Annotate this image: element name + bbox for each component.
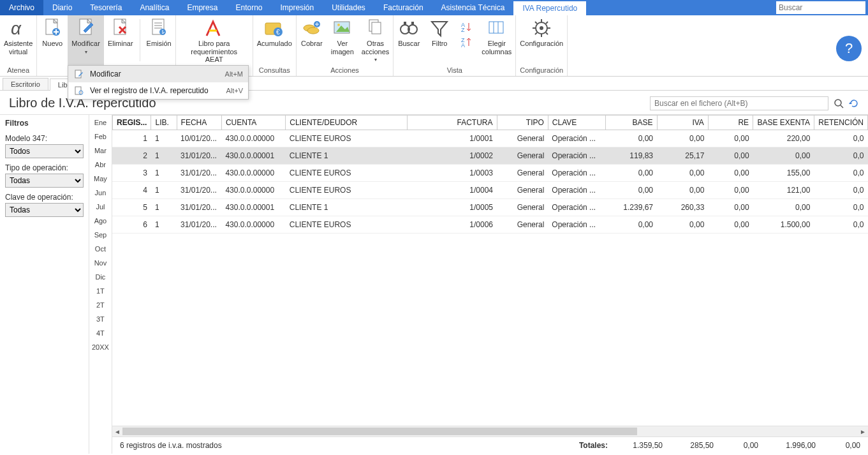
cell-clave: Operación ... — [548, 199, 605, 216]
nuevo-button[interactable]: Nuevo — [37, 15, 68, 65]
month-20xx[interactable]: 20XX — [89, 342, 112, 352]
otras-acciones-button[interactable]: Otras acciones ▾ — [358, 15, 393, 65]
scroll-left-icon[interactable]: ◄ — [112, 428, 122, 435]
col-header[interactable]: RE — [708, 116, 753, 130]
sort-icon: AZ ZA — [456, 18, 476, 51]
acumulado-button[interactable]: € Acumulado — [253, 15, 296, 65]
table-row[interactable]: 1110/01/20...430.0.0.00000CLIENTE EUROS1… — [112, 130, 867, 147]
col-header[interactable]: RETENCIÓN — [814, 116, 867, 130]
svg-rect-24 — [411, 22, 414, 26]
col-header[interactable]: IVA — [657, 116, 708, 130]
col-header[interactable]: FACTURA — [408, 116, 497, 130]
cell-ret: 0,0 — [814, 216, 867, 234]
filtro-label: Filtro — [432, 40, 447, 48]
scroll-track[interactable] — [122, 428, 858, 435]
menu-archivo[interactable]: Archivo — [0, 0, 43, 15]
filtro-button[interactable]: Filtro — [424, 15, 455, 65]
cell-factura: 1/0005 — [408, 199, 497, 216]
tipo-select[interactable]: Todas — [5, 174, 84, 188]
emision-button[interactable]: Emisión — [143, 15, 175, 65]
menubar: Archivo Diario Tesorería Analítica Empre… — [0, 0, 868, 15]
month-4t[interactable]: 4T — [89, 328, 112, 338]
tab-escritorio[interactable]: Escritorio — [3, 78, 48, 90]
cell-ret: 0,0 — [814, 165, 867, 182]
menu-tesoreria[interactable]: Tesorería — [81, 0, 131, 15]
cobrar-button[interactable]: Cobrar — [297, 15, 327, 65]
elegir-columnas-button[interactable]: Elegir columnas — [478, 15, 515, 65]
global-search-input[interactable] — [779, 3, 863, 12]
table-wrap: REGIS...LIB.FECHACUENTACLIENTE/DEUDORFAC… — [112, 115, 868, 454]
menu-diario[interactable]: Diario — [43, 0, 81, 15]
menu-impresion[interactable]: Impresión — [271, 0, 323, 15]
question-icon: ? — [845, 40, 853, 57]
ordenar-button[interactable]: AZ ZA — [455, 15, 478, 65]
col-header[interactable]: CLAVE — [548, 116, 605, 130]
menu-analitica[interactable]: Analítica — [131, 0, 178, 15]
alpha-icon: α — [8, 18, 29, 38]
ver-imagen-button[interactable]: Ver imagen — [327, 15, 358, 65]
month-3t[interactable]: 3T — [89, 314, 112, 324]
buscar-button[interactable]: Buscar — [394, 15, 424, 65]
dropdown-shortcut: Alt+V — [226, 87, 243, 94]
col-header[interactable]: CLIENTE/DEUDOR — [286, 116, 408, 130]
libro-aeat-button[interactable]: Libro para requerimientos AEAT — [176, 15, 253, 65]
menu-utilidades[interactable]: Utilidades — [323, 0, 374, 15]
col-header[interactable]: REGIS... — [112, 116, 151, 130]
modificar-button[interactable]: Modificar ▾ — [68, 15, 104, 65]
clave-select[interactable]: Todas — [5, 203, 84, 217]
scroll-right-icon[interactable]: ► — [858, 428, 868, 435]
file-lines-icon — [149, 18, 169, 38]
col-header[interactable]: BASE EXENTA — [753, 116, 814, 130]
col-header[interactable]: TIPO — [497, 116, 548, 130]
month-ene[interactable]: Ene — [89, 117, 112, 128]
month-jul[interactable]: Jul — [89, 202, 112, 212]
col-header[interactable]: FECHA — [177, 116, 221, 130]
help-button[interactable]: ? — [836, 36, 862, 61]
cell-regis: 5 — [112, 199, 151, 216]
dropdown-item-ver-registro[interactable]: Ver el registro de I.V.A. repercutido Al… — [68, 82, 248, 99]
month-jun[interactable]: Jun — [89, 188, 112, 198]
file-edit-small-icon — [73, 68, 85, 80]
group-label-config: Configuración — [516, 65, 567, 76]
table-row[interactable]: 4131/01/20...430.0.0.00000CLIENTE EUROS1… — [112, 182, 867, 199]
month-2t[interactable]: 2T — [89, 300, 112, 310]
col-header[interactable]: CUENTA — [221, 116, 285, 130]
table-row[interactable]: 6131/01/20...430.0.0.00000CLIENTE EUROS1… — [112, 216, 867, 234]
global-search[interactable] — [776, 1, 865, 14]
search-icon[interactable] — [834, 98, 844, 108]
horizontal-scrollbar[interactable]: ◄ ► — [112, 426, 868, 436]
modelo-select[interactable]: Todos — [5, 144, 84, 158]
svg-text:A: A — [461, 42, 465, 48]
asistente-virtual-button[interactable]: α Asistente virtual — [0, 15, 36, 65]
month-nov[interactable]: Nov — [89, 258, 112, 268]
scroll-thumb[interactable] — [122, 428, 637, 435]
menu-facturacion[interactable]: Facturación — [374, 0, 432, 15]
table-row[interactable]: 3131/01/20...430.0.0.00000CLIENTE EUROS1… — [112, 165, 867, 182]
menu-empresa[interactable]: Empresa — [178, 0, 226, 15]
menu-iva-repercutido[interactable]: IVA Repercutido — [513, 0, 586, 15]
month-feb[interactable]: Feb — [89, 131, 112, 142]
file-search-input[interactable] — [650, 96, 828, 110]
menu-entorno[interactable]: Entorno — [226, 0, 271, 15]
cell-cliente: CLIENTE EUROS — [286, 182, 408, 199]
table-scroll[interactable]: REGIS...LIB.FECHACUENTACLIENTE/DEUDORFAC… — [112, 115, 868, 426]
month-may[interactable]: May — [89, 174, 112, 184]
file-edit-icon — [76, 18, 96, 38]
eliminar-button[interactable]: Eliminar — [104, 15, 137, 65]
table-row[interactable]: 2131/01/20...430.0.0.00001CLIENTE 11/000… — [112, 147, 867, 165]
col-header[interactable]: BASE — [606, 116, 657, 130]
month-dic[interactable]: Dic — [89, 272, 112, 282]
month-mar[interactable]: Mar — [89, 145, 112, 156]
menu-asistencia[interactable]: Asistencia Técnica — [432, 0, 514, 15]
cell-lib: 1 — [151, 199, 177, 216]
month-oct[interactable]: Oct — [89, 244, 112, 254]
month-ago[interactable]: Ago — [89, 216, 112, 226]
month-1t[interactable]: 1T — [89, 286, 112, 296]
dropdown-item-modificar[interactable]: Modificar Alt+M — [68, 66, 248, 82]
col-header[interactable]: LIB. — [151, 116, 177, 130]
month-sep[interactable]: Sep — [89, 230, 112, 240]
refresh-icon[interactable] — [849, 98, 859, 108]
configuracion-button[interactable]: Configuración — [516, 15, 567, 65]
table-row[interactable]: 5131/01/20...430.0.0.00001CLIENTE 11/000… — [112, 199, 867, 216]
month-abr[interactable]: Abr — [89, 160, 112, 170]
